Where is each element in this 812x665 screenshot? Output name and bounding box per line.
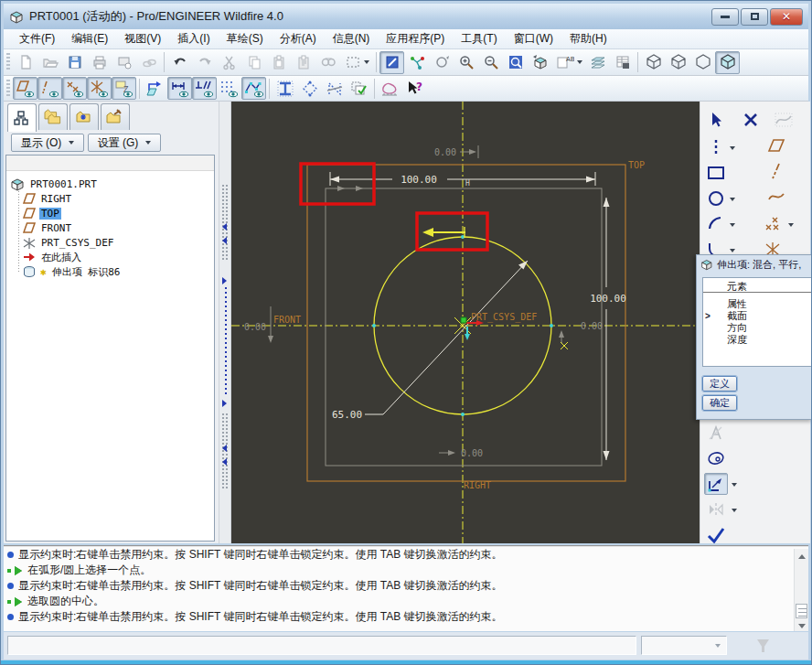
chevron-left-icon[interactable] bbox=[222, 458, 227, 466]
define-button[interactable]: 定义 bbox=[702, 376, 737, 391]
highlight-open-ends-button[interactable] bbox=[297, 77, 322, 100]
centerline-tool-button[interactable] bbox=[704, 136, 728, 158]
saved-views-button[interactable]: AB bbox=[552, 51, 585, 74]
palette-tool-button[interactable] bbox=[704, 447, 728, 469]
element-list[interactable]: 元素 属性 >截面 方向 深度 bbox=[702, 277, 812, 367]
datum-line-tool-button[interactable] bbox=[764, 160, 788, 182]
select-box-caret[interactable] bbox=[364, 60, 369, 64]
front-plane-label[interactable]: FRONT bbox=[273, 315, 301, 325]
centerline-caret[interactable] bbox=[730, 146, 735, 150]
restore-button[interactable] bbox=[741, 8, 768, 26]
selection-filter-field[interactable] bbox=[641, 636, 727, 655]
view-manager-button[interactable] bbox=[610, 51, 635, 74]
sketch-orient-button[interactable] bbox=[143, 77, 167, 100]
delete-segment-button[interactable] bbox=[739, 109, 763, 131]
chevron-left-icon[interactable] bbox=[222, 237, 227, 244]
datum-spline-tool-button[interactable] bbox=[764, 186, 788, 208]
element-row-direction[interactable]: 方向 bbox=[703, 322, 812, 334]
scroll-down-button[interactable] bbox=[796, 620, 807, 632]
dimension-tool-button[interactable] bbox=[704, 473, 728, 495]
tree-item-top[interactable]: TOP bbox=[23, 206, 214, 220]
shaded-button[interactable] bbox=[715, 51, 740, 74]
datum-point-caret[interactable] bbox=[788, 223, 794, 227]
csys-display-button[interactable] bbox=[87, 77, 112, 100]
open-button[interactable] bbox=[37, 51, 62, 74]
menu-window[interactable]: 窗口(W) bbox=[506, 29, 561, 48]
zoom-out-button[interactable] bbox=[478, 51, 503, 74]
tree-item-csys[interactable]: PRT_CSYS_DEF bbox=[23, 235, 214, 250]
refit-button[interactable] bbox=[503, 51, 528, 74]
csys-label[interactable]: PRT_CSYS_DEF bbox=[471, 312, 537, 323]
point-display-button[interactable] bbox=[62, 77, 87, 100]
panel-splitter[interactable] bbox=[219, 102, 231, 543]
spline-disabled-button[interactable] bbox=[772, 109, 796, 131]
ok-button[interactable]: 确定 bbox=[702, 395, 737, 411]
tab-folder-browser[interactable] bbox=[38, 103, 68, 130]
done-button[interactable] bbox=[704, 524, 728, 546]
chevron-left-icon[interactable] bbox=[222, 223, 227, 231]
copy-button[interactable] bbox=[241, 51, 266, 74]
constraint-display-button[interactable] bbox=[192, 77, 217, 100]
element-row-depth[interactable]: 深度 bbox=[703, 334, 812, 346]
chevron-left-icon[interactable] bbox=[222, 445, 227, 452]
datum-plane-tool-button[interactable] bbox=[764, 134, 788, 156]
arc-tool-button[interactable] bbox=[704, 213, 728, 235]
tree-item-front[interactable]: FRONT bbox=[23, 220, 214, 235]
right-plane-label[interactable]: RIGHT bbox=[464, 480, 491, 490]
tree-item-right[interactable]: RIGHT bbox=[23, 191, 214, 206]
message-scrollbar[interactable] bbox=[794, 549, 808, 631]
filter-dropdown-caret[interactable] bbox=[715, 644, 721, 648]
menu-insert[interactable]: 插入(I) bbox=[169, 29, 218, 48]
hidden-line-button[interactable] bbox=[666, 51, 690, 74]
height-dim-value[interactable]: 100.00 bbox=[590, 293, 626, 305]
tree-item-part[interactable]: PRT0001.PRT bbox=[10, 177, 214, 191]
fillet-caret[interactable] bbox=[730, 249, 735, 252]
minimize-button[interactable] bbox=[711, 8, 739, 26]
menu-applications[interactable]: 应用程序(P) bbox=[378, 29, 453, 48]
zero-dim-left[interactable]: 0.00 bbox=[244, 322, 266, 332]
link-button[interactable] bbox=[136, 51, 161, 74]
menu-edit[interactable]: 编辑(E) bbox=[63, 29, 116, 48]
menu-info[interactable]: 信息(N) bbox=[325, 29, 379, 48]
tab-favorites[interactable] bbox=[69, 103, 99, 130]
paste-special-button[interactable] bbox=[291, 51, 315, 74]
datum-point-tool-button[interactable] bbox=[761, 213, 785, 235]
datum-axis-display-button[interactable] bbox=[37, 77, 62, 100]
graphics-area[interactable]: 100.00 H 100.00 65.00 0.00 0.00 0.00 0.0… bbox=[231, 102, 700, 543]
annotation-display-button[interactable]: Z bbox=[112, 77, 136, 100]
menu-sketch[interactable]: 草绘(S) bbox=[219, 29, 272, 48]
element-row-section[interactable]: >截面 bbox=[703, 310, 812, 322]
status-message-field[interactable] bbox=[7, 636, 636, 655]
diameter-dimension[interactable] bbox=[365, 261, 528, 414]
mirror-tool-button[interactable] bbox=[704, 499, 728, 520]
saved-views-caret[interactable] bbox=[577, 60, 582, 64]
sketcher-palette-button[interactable] bbox=[378, 77, 402, 100]
zero-dim-top[interactable]: 0.00 bbox=[434, 147, 456, 157]
print-button[interactable] bbox=[87, 51, 112, 74]
select-box-button[interactable] bbox=[340, 51, 373, 74]
reorient-button[interactable] bbox=[528, 51, 552, 74]
shade-closed-loops-button[interactable] bbox=[272, 77, 297, 100]
show-dropdown-button[interactable]: 显示 (O) bbox=[11, 134, 84, 152]
spin-center-button[interactable] bbox=[404, 51, 429, 74]
chevron-right-icon[interactable] bbox=[222, 277, 227, 284]
redo-button[interactable] bbox=[192, 51, 217, 74]
mirror-caret[interactable] bbox=[732, 509, 737, 512]
scrollbar-thumb[interactable] bbox=[796, 604, 807, 618]
toolbar-grip-2[interactable] bbox=[6, 80, 10, 98]
dialog-title-bar[interactable]: 伸出项: 混合, 平行, bbox=[697, 255, 812, 272]
menu-help[interactable]: 帮助(H) bbox=[561, 29, 615, 48]
top-plane-label[interactable]: TOP bbox=[628, 160, 645, 170]
dimension-caret[interactable] bbox=[732, 483, 737, 487]
settings-dropdown-button[interactable]: 设置 (G) bbox=[88, 134, 161, 152]
arc-caret[interactable] bbox=[730, 223, 735, 227]
vertex-display-button[interactable] bbox=[241, 77, 266, 100]
no-hidden-button[interactable] bbox=[690, 51, 715, 74]
menu-tools[interactable]: 工具(T) bbox=[453, 29, 505, 48]
cut-button[interactable] bbox=[217, 51, 241, 74]
chevron-right-icon[interactable] bbox=[222, 400, 227, 407]
zero-dim-right[interactable]: 0.00 bbox=[581, 321, 603, 331]
scroll-up-button[interactable] bbox=[796, 551, 807, 563]
diameter-dim-value[interactable]: 65.00 bbox=[332, 409, 362, 421]
message-area[interactable]: 显示约束时:右键单击禁用约束。按 SHIFT 键同时右键单击锁定约束。使用 TA… bbox=[4, 545, 808, 631]
